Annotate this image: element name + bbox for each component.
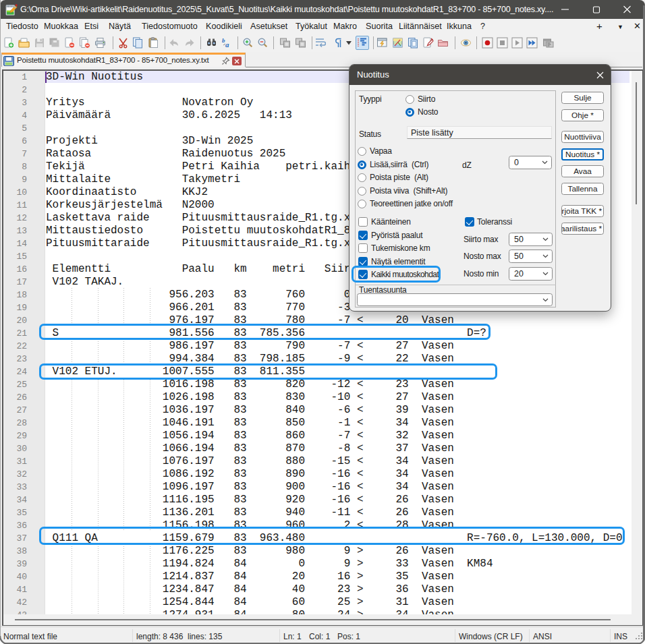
svg-text:a: a (225, 40, 229, 49)
